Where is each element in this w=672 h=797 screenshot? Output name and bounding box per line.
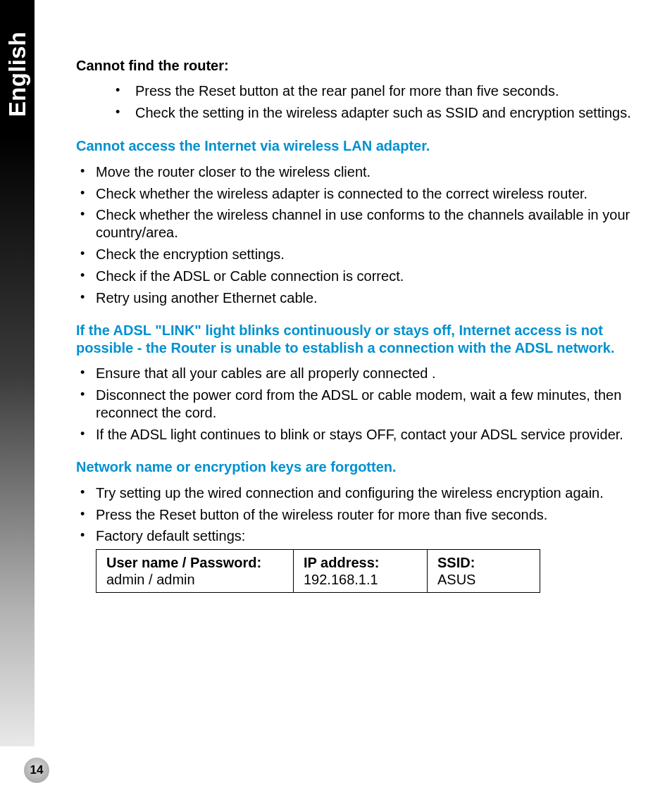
list-item: Check the encryption settings. — [76, 246, 640, 263]
list-item: Disconnect the power cord from the ADSL … — [76, 387, 640, 422]
list-item: Try setting up the wired connection and … — [76, 484, 640, 502]
side-gradient-bar: English — [0, 0, 35, 746]
heading-cannot-find-router: Cannot find the router: — [76, 58, 640, 74]
page-number: 14 — [24, 758, 49, 783]
list-forgotten-keys: Try setting up the wired connection and … — [76, 484, 640, 545]
language-tab: English — [4, 32, 31, 117]
list-cannot-find-router: Press the Reset button at the rear panel… — [110, 82, 640, 122]
cell-ip: IP address: 192.168.1.1 — [294, 550, 428, 593]
list-item: Factory default settings: — [76, 527, 640, 545]
value-user-pass: admin / admin — [106, 572, 195, 587]
factory-defaults-table: User name / Password: admin / admin IP a… — [96, 549, 540, 593]
list-item: Check the setting in the wireless adapte… — [110, 104, 640, 122]
list-item: Ensure that all your cables are all prop… — [76, 365, 640, 382]
list-cannot-access-internet: Move the router closer to the wireless c… — [76, 163, 640, 307]
label-user-pass: User name / Password: — [106, 555, 261, 570]
list-item: Retry using another Ethernet cable. — [76, 289, 640, 307]
list-item: Check whether the wireless adapter is co… — [76, 185, 640, 203]
list-item: Check whether the wireless channel in us… — [76, 206, 640, 241]
heading-forgotten-keys: Network name or encryption keys are forg… — [76, 458, 640, 475]
list-item: Check if the ADSL or Cable connection is… — [76, 268, 640, 285]
value-ssid: ASUS — [437, 572, 475, 587]
cell-user-pass: User name / Password: admin / admin — [97, 550, 294, 593]
list-item: If the ADSL light continues to blink or … — [76, 426, 640, 444]
heading-adsl-link: If the ADSL "LINK" light blinks continuo… — [76, 322, 640, 356]
cell-ssid: SSID: ASUS — [428, 550, 540, 593]
label-ip: IP address: — [304, 555, 379, 570]
heading-cannot-access-internet: Cannot access the Internet via wireless … — [76, 137, 640, 154]
list-adsl-link: Ensure that all your cables are all prop… — [76, 365, 640, 443]
label-ssid: SSID: — [437, 555, 475, 570]
page-content: Cannot find the router: Press the Reset … — [76, 58, 640, 593]
list-item: Press the Reset button at the rear panel… — [110, 82, 640, 100]
list-item: Press the Reset button of the wireless r… — [76, 506, 640, 524]
table-row: User name / Password: admin / admin IP a… — [97, 550, 540, 593]
value-ip: 192.168.1.1 — [304, 572, 378, 587]
list-item: Move the router closer to the wireless c… — [76, 163, 640, 181]
